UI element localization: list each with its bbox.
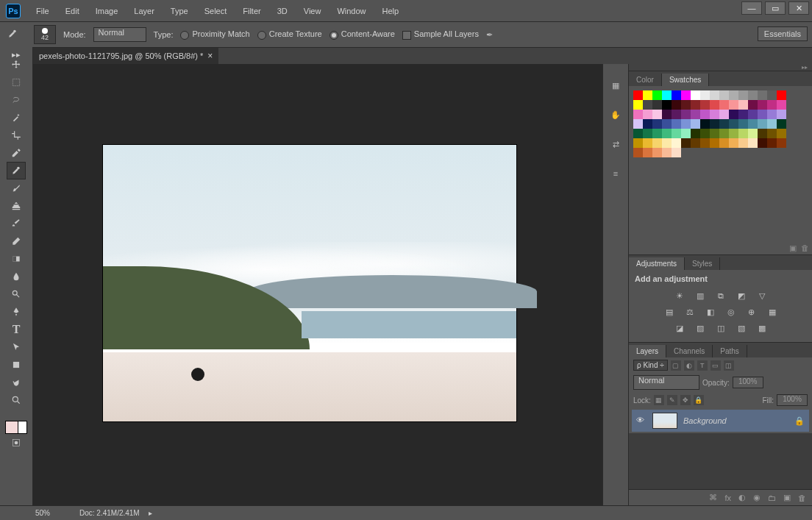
swatch[interactable]	[652, 119, 662, 129]
adjustment-layer-icon[interactable]: ◉	[753, 493, 761, 502]
brush-preset-picker[interactable]: 42	[34, 25, 56, 44]
swatch[interactable]	[719, 90, 729, 100]
visibility-icon[interactable]: 👁	[636, 416, 647, 426]
swatch[interactable]	[767, 138, 777, 148]
swatch[interactable]	[691, 119, 700, 129]
swatch[interactable]	[681, 119, 691, 129]
document-tab[interactable]: pexels-photo-1121795.jpg @ 50% (RGB/8#) …	[33, 48, 218, 64]
sample-all-layers-checkbox[interactable]: Sample All Layers	[402, 29, 479, 39]
dodge-tool[interactable]	[7, 285, 26, 303]
swatch[interactable]	[672, 129, 681, 138]
healing-brush-tool[interactable]	[7, 162, 26, 179]
maximize-button[interactable]: ▭	[765, 1, 786, 15]
swatch[interactable]	[777, 138, 786, 148]
swatch[interactable]	[767, 110, 777, 119]
swatch[interactable]	[662, 138, 672, 148]
canvas-area[interactable]	[33, 64, 602, 505]
adj-brightness-icon[interactable]: ☀	[673, 291, 686, 301]
swatch[interactable]	[738, 129, 748, 138]
swatch[interactable]	[700, 119, 710, 129]
swatch[interactable]	[672, 119, 681, 129]
swatch[interactable]	[691, 138, 700, 148]
canvas[interactable]	[103, 145, 516, 421]
swatch[interactable]	[710, 129, 719, 138]
swatch[interactable]	[758, 119, 767, 129]
adj-curves-icon[interactable]: ⧉	[714, 291, 727, 301]
mode-select[interactable]: Normal	[93, 27, 146, 42]
swatch[interactable]	[758, 100, 767, 110]
swatch[interactable]	[662, 90, 672, 100]
quick-mask-toggle[interactable]	[7, 434, 26, 452]
swatch[interactable]	[652, 100, 662, 110]
swatch[interactable]	[672, 90, 681, 100]
swatch[interactable]	[691, 129, 700, 138]
delete-swatch-icon[interactable]: 🗑	[801, 243, 809, 253]
close-button[interactable]: ✕	[788, 1, 809, 15]
swatch[interactable]	[691, 90, 700, 100]
new-layer-icon[interactable]: ▣	[783, 493, 791, 502]
swatch[interactable]	[681, 129, 691, 138]
blur-tool[interactable]	[7, 268, 26, 285]
color-swatches[interactable]	[5, 412, 27, 434]
swatch[interactable]	[710, 100, 719, 110]
lock-icon[interactable]: 🔒	[794, 416, 805, 426]
swatch[interactable]	[643, 110, 652, 119]
swatch[interactable]	[681, 90, 691, 100]
menu-3d[interactable]: 3D	[269, 2, 296, 20]
swatch[interactable]	[758, 110, 767, 119]
swatch[interactable]	[672, 110, 681, 119]
swatch-grid[interactable]	[633, 90, 808, 157]
swatch[interactable]	[681, 100, 691, 110]
swatch[interactable]	[758, 129, 767, 138]
tab-layers[interactable]: Layers	[629, 345, 666, 357]
lock-pixels-icon[interactable]: ✎	[667, 395, 677, 405]
swatch[interactable]	[681, 110, 691, 119]
zoom-tool[interactable]	[7, 391, 26, 409]
swatch[interactable]	[767, 119, 777, 129]
swatch[interactable]	[729, 100, 738, 110]
menu-view[interactable]: View	[296, 2, 330, 20]
lasso-tool[interactable]	[7, 91, 26, 109]
type-proximity[interactable]: Proximity Match	[180, 29, 249, 39]
panel-handle[interactable]: ▸▸	[1, 50, 31, 56]
adj-threshold-icon[interactable]: ◫	[714, 323, 727, 333]
swatch[interactable]	[710, 90, 719, 100]
swatch[interactable]	[662, 129, 672, 138]
swatch[interactable]	[729, 129, 738, 138]
swatch[interactable]	[662, 110, 672, 119]
swatch[interactable]	[633, 138, 643, 148]
swatch[interactable]	[652, 129, 662, 138]
swatch[interactable]	[681, 138, 691, 148]
swatch[interactable]	[643, 129, 652, 138]
adj-invert-icon[interactable]: ◪	[673, 323, 686, 333]
adj-posterize-icon[interactable]: ▨	[694, 323, 707, 333]
adj-gradient-icon[interactable]: ▧	[735, 323, 748, 333]
fill-input[interactable]: 100%	[777, 394, 808, 406]
swatch[interactable]	[777, 90, 786, 100]
menu-window[interactable]: Window	[329, 2, 374, 20]
lock-trans-icon[interactable]: ▦	[654, 395, 664, 405]
swatch[interactable]	[652, 148, 662, 157]
tab-styles[interactable]: Styles	[685, 257, 720, 270]
group-icon[interactable]: 🗀	[768, 494, 776, 502]
lock-all-icon[interactable]: 🔒	[694, 395, 704, 405]
swatch[interactable]	[729, 110, 738, 119]
swatch[interactable]	[710, 119, 719, 129]
menu-filter[interactable]: Filter	[235, 2, 268, 20]
adj-hue-icon[interactable]: ▤	[663, 307, 676, 317]
swatch[interactable]	[777, 129, 786, 138]
link-layers-icon[interactable]: ⌘	[709, 493, 717, 502]
swatch[interactable]	[662, 119, 672, 129]
swatch[interactable]	[662, 100, 672, 110]
swatch[interactable]	[710, 110, 719, 119]
tab-channels[interactable]: Channels	[666, 345, 713, 357]
adj-mixer-icon[interactable]: ⊕	[745, 307, 758, 317]
swatch[interactable]	[719, 138, 729, 148]
swatch[interactable]	[767, 90, 777, 100]
adj-lookup-icon[interactable]: ▦	[766, 307, 779, 317]
swatch[interactable]	[758, 90, 767, 100]
close-tab-icon[interactable]: ×	[207, 51, 213, 61]
menu-image[interactable]: Image	[88, 2, 127, 20]
current-tool-icon[interactable]	[7, 29, 26, 40]
swatch[interactable]	[633, 119, 643, 129]
